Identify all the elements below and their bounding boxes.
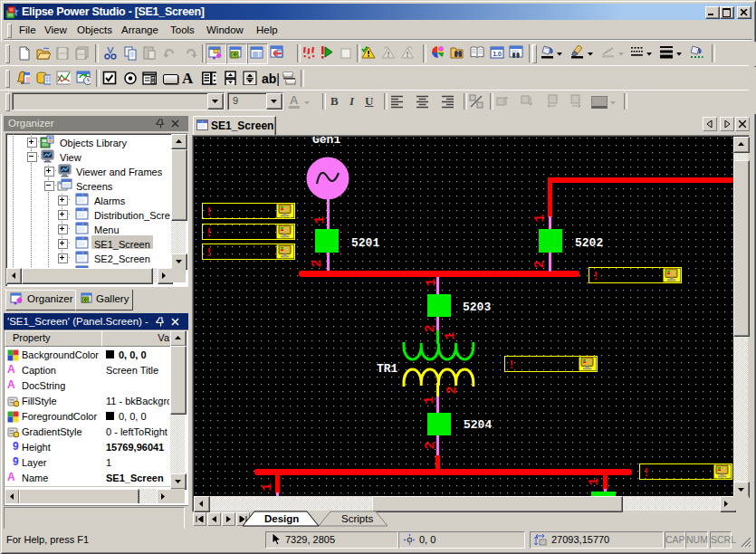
svg-text:2: 2	[310, 259, 325, 267]
svg-text:5204: 5204	[464, 418, 492, 432]
svg-text:1: 1	[312, 215, 328, 224]
svg-text:1.0: 1.0	[493, 51, 502, 57]
svg-text:Scripts: Scripts	[341, 513, 373, 524]
svg-text:1: 1	[424, 278, 439, 286]
svg-text:TR1: TR1	[377, 362, 398, 376]
svg-text:5203: 5203	[463, 301, 491, 314]
svg-text:Design: Design	[264, 513, 299, 524]
svg-text:2: 2	[445, 386, 460, 394]
svg-text:2: 2	[423, 441, 438, 449]
svg-text:1: 1	[532, 214, 548, 222]
svg-text:1: 1	[422, 396, 437, 404]
svg-text:1: 1	[587, 477, 602, 485]
svg-text:Gen1: Gen1	[312, 137, 340, 147]
svg-text:2: 2	[423, 324, 438, 332]
svg-text:1: 1	[443, 331, 458, 339]
svg-text:1: 1	[260, 482, 275, 491]
svg-text:5202: 5202	[575, 236, 603, 250]
svg-text:5201: 5201	[351, 236, 379, 250]
svg-text:2: 2	[532, 260, 548, 268]
